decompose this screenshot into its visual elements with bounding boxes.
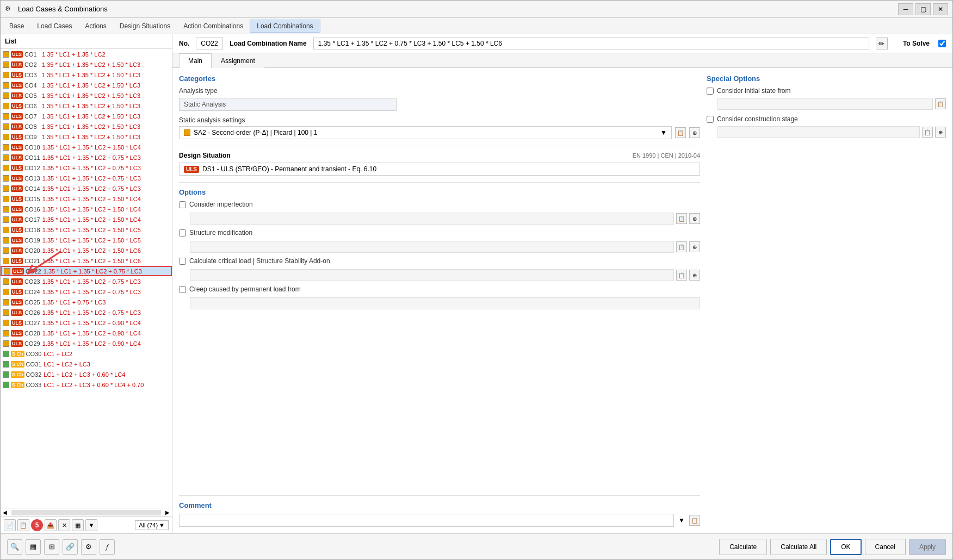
list-item[interactable]: ULS CO10 1.35 * LC1 + 1.35 * LC2 + 1.50 … — [1, 142, 172, 152]
critical-load-input[interactable] — [190, 269, 674, 281]
calculate-all-button[interactable]: Calculate All — [770, 539, 827, 555]
list-item[interactable]: ULS CO20 1.35 * LC1 + 1.35 * LC2 + 1.50 … — [1, 245, 172, 256]
tab-main[interactable]: Main — [179, 53, 212, 68]
structure-mod-add-btn[interactable]: ⊕ — [689, 241, 700, 252]
construction-stage-add-btn[interactable]: ⊕ — [935, 127, 946, 138]
option-creep-row: Creep caused by permanent load from — [179, 285, 700, 293]
ok-button[interactable]: OK — [830, 539, 861, 555]
list-item[interactable]: S Ch CO31 LC1 + LC2 + LC3 — [1, 359, 172, 369]
structure-mod-input[interactable] — [190, 241, 674, 253]
menu-design-situations[interactable]: Design Situations — [113, 20, 177, 32]
list-item[interactable]: ULS CO29 1.35 * LC1 + 1.35 * LC2 + 0.90 … — [1, 338, 172, 349]
copy-item-button[interactable]: 📋 — [17, 519, 29, 531]
cancel-button[interactable]: Cancel — [865, 539, 906, 555]
list-item[interactable]: ULS CO6 1.35 * LC1 + 1.35 * LC2 + 1.50 *… — [1, 101, 172, 111]
item-num: CO5 — [24, 92, 40, 99]
list-item[interactable]: ULS CO16 1.35 * LC1 + 1.35 * LC2 + 1.50 … — [1, 204, 172, 214]
comment-copy-btn[interactable]: 📋 — [689, 515, 700, 526]
scroll-right-btn[interactable]: ▶ — [163, 509, 172, 515]
pencil-icon: ✏ — [878, 40, 884, 48]
list-container[interactable]: ULS CO1 1.35 * LC1 + 1.35 * LC2 ULS CO2 … — [1, 49, 172, 508]
close-button[interactable]: ✕ — [933, 3, 948, 15]
calculate-button[interactable]: Calculate — [719, 539, 767, 555]
initial-state-input[interactable] — [717, 98, 933, 110]
menu-load-cases[interactable]: Load Cases — [30, 20, 78, 32]
structure-mod-copy-btn[interactable]: 📋 — [676, 241, 687, 252]
construction-stage-input[interactable] — [717, 126, 920, 138]
filter-tool-button[interactable]: ⊞ — [44, 539, 59, 555]
delete-button[interactable]: ✕ — [58, 519, 70, 531]
item-num: CO19 — [24, 237, 40, 244]
options-title: Options — [179, 188, 700, 196]
minimize-button[interactable]: ─ — [898, 3, 913, 15]
settings-tool-button[interactable]: ⚙ — [81, 539, 96, 555]
list-item[interactable]: ULS CO4 1.35 * LC1 + 1.35 * LC2 + 1.50 *… — [1, 80, 172, 90]
list-item[interactable]: ULS CO23 1.35 * LC1 + 1.35 * LC2 + 0.75 … — [1, 276, 172, 287]
comment-input[interactable] — [179, 514, 674, 527]
list-item[interactable]: ULS CO26 1.35 * LC1 + 1.35 * LC2 + 0.75 … — [1, 307, 172, 318]
list-item[interactable]: ULS CO19 1.35 * LC1 + 1.35 * LC2 + 1.50 … — [1, 235, 172, 245]
list-item[interactable]: ULS CO17 1.35 * LC1 + 1.35 * LC2 + 1.50 … — [1, 214, 172, 225]
scroll-left-btn[interactable]: ◀ — [1, 509, 9, 515]
critical-load-copy-btn[interactable]: 📋 — [676, 270, 687, 281]
list-item[interactable]: S Ch CO30 LC1 + LC2 — [1, 349, 172, 359]
list-item[interactable]: ULS CO11 1.35 * LC1 + 1.35 * LC2 + 0.75 … — [1, 152, 172, 163]
construction-stage-copy-btn[interactable]: 📋 — [922, 127, 933, 138]
consider-imperfection-checkbox[interactable] — [179, 201, 186, 208]
edit-name-button[interactable]: ✏ — [876, 38, 888, 49]
structure-modification-checkbox[interactable] — [179, 229, 186, 237]
static-analysis-select[interactable]: SA2 - Second-order (P-Δ) | Picard | 100 … — [179, 126, 672, 139]
imperfection-add-btn[interactable]: ⊕ — [689, 213, 700, 224]
table-tool-button[interactable]: ▦ — [26, 539, 41, 555]
list-item[interactable]: ULS CO9 1.35 * LC1 + 1.35 * LC2 + 1.50 *… — [1, 132, 172, 142]
initial-state-checkbox[interactable] — [707, 88, 714, 95]
list-item[interactable]: ULS CO24 1.35 * LC1 + 1.35 * LC2 + 0.75 … — [1, 287, 172, 297]
menu-action-combinations[interactable]: Action Combinations — [177, 20, 250, 32]
item-type-badge: S Ch — [11, 382, 24, 388]
menu-base[interactable]: Base — [3, 20, 30, 32]
critical-load-checkbox[interactable] — [179, 258, 186, 265]
creep-checkbox[interactable] — [179, 286, 186, 293]
export-button[interactable]: 📤 — [45, 519, 57, 531]
list-item[interactable]: ULS CO5 1.35 * LC1 + 1.35 * LC2 + 1.50 *… — [1, 90, 172, 101]
list-item[interactable]: ULS CO21 1.35 * LC1 + 1.35 * LC2 + 1.50 … — [1, 256, 172, 266]
formula-tool-button[interactable]: 𝑓 — [100, 539, 115, 555]
maximize-button[interactable]: ▢ — [915, 3, 931, 15]
list-item[interactable]: ULS CO3 1.35 * LC1 + 1.35 * LC2 + 1.50 *… — [1, 70, 172, 80]
list-item[interactable]: ULS CO25 1.35 * LC1 + 0.75 * LC3 — [1, 297, 172, 307]
list-item[interactable]: ULS CO7 1.35 * LC1 + 1.35 * LC2 + 1.50 *… — [1, 111, 172, 121]
sa-add-button[interactable]: ⊕ — [689, 127, 700, 138]
construction-stage-checkbox[interactable] — [707, 116, 714, 123]
to-solve-checkbox[interactable] — [938, 40, 946, 47]
list-item[interactable]: S Ch CO32 LC1 + LC2 + LC3 + 0.60 * LC4 — [1, 369, 172, 379]
sa-edit-button[interactable]: 📋 — [675, 127, 686, 138]
list-item[interactable]: ULS CO22 1.35 * LC1 + 1.35 * LC2 + 0.75 … — [1, 266, 172, 276]
menu-load-combinations[interactable]: Load Combinations — [250, 20, 320, 33]
search-tool-button[interactable]: 🔍 — [7, 539, 22, 555]
new-item-button[interactable]: 📄 — [4, 519, 16, 531]
imperfection-input[interactable] — [190, 213, 674, 225]
list-item[interactable]: ULS CO28 1.35 * LC1 + 1.35 * LC2 + 0.90 … — [1, 328, 172, 338]
view-toggle-button[interactable]: ▦ — [72, 519, 84, 531]
list-item[interactable]: ULS CO13 1.35 * LC1 + 1.35 * LC2 + 0.75 … — [1, 173, 172, 183]
horizontal-scrollbar[interactable] — [11, 510, 161, 515]
list-item[interactable]: ULS CO8 1.35 * LC1 + 1.35 * LC2 + 1.50 *… — [1, 121, 172, 132]
critical-load-add-btn[interactable]: ⊕ — [689, 270, 700, 281]
list-item[interactable]: S Ch CO33 LC1 + LC2 + LC3 + 0.60 * LC4 +… — [1, 379, 172, 390]
list-item[interactable]: ULS CO15 1.35 * LC1 + 1.35 * LC2 + 1.50 … — [1, 194, 172, 204]
imperfection-copy-btn[interactable]: 📋 — [676, 213, 687, 224]
list-item[interactable]: ULS CO2 1.35 * LC1 + 1.35 * LC2 + 1.50 *… — [1, 59, 172, 70]
list-item[interactable]: ULS CO1 1.35 * LC1 + 1.35 * LC2 — [1, 49, 172, 59]
view-options-button[interactable]: ▼ — [85, 519, 97, 531]
list-item[interactable]: ULS CO12 1.35 * LC1 + 1.35 * LC2 + 0.75 … — [1, 163, 172, 173]
creep-input[interactable] — [190, 297, 700, 309]
filter-dropdown[interactable]: All (74) ▼ — [135, 520, 169, 530]
list-item[interactable]: ULS CO18 1.35 * LC1 + 1.35 * LC2 + 1.50 … — [1, 225, 172, 235]
apply-button[interactable]: Apply — [909, 539, 946, 555]
menu-actions[interactable]: Actions — [78, 20, 113, 32]
tab-assignment[interactable]: Assignment — [212, 53, 264, 68]
list-item[interactable]: ULS CO14 1.35 * LC1 + 1.35 * LC2 + 0.75 … — [1, 183, 172, 194]
list-item[interactable]: ULS CO27 1.35 * LC1 + 1.35 * LC2 + 0.90 … — [1, 318, 172, 328]
link-tool-button[interactable]: 🔗 — [63, 539, 78, 555]
initial-state-copy-btn[interactable]: 📋 — [935, 98, 946, 109]
